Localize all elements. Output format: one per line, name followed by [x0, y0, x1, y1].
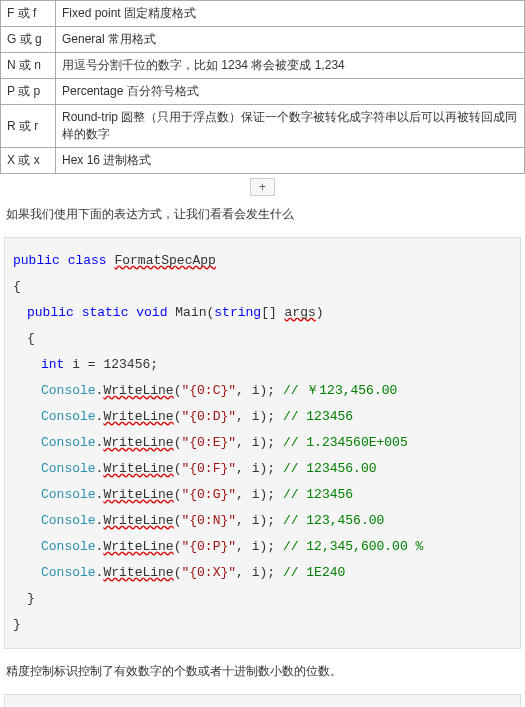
cell-code: R 或 r — [1, 105, 56, 148]
table-row: G 或 g General 常用格式 — [1, 27, 525, 53]
cell-code: X 或 x — [1, 148, 56, 174]
writeline: WriteLine — [103, 487, 173, 502]
code-comment: // 12,345,600.00 % — [283, 539, 423, 554]
cell-code: G 或 g — [1, 27, 56, 53]
fmt-str: "{0:E}" — [181, 435, 236, 450]
code-comment: // 123456 — [283, 487, 353, 502]
writeline: WriteLine — [103, 565, 173, 580]
code-comment: // 123456.00 — [283, 461, 377, 476]
main-name: Main — [175, 305, 206, 320]
cell-desc: General 常用格式 — [56, 27, 525, 53]
code-comment: // 123456 — [283, 409, 353, 424]
kw-public: public — [27, 305, 74, 320]
code-comment: // ￥123,456.00 — [283, 383, 397, 398]
code-comment: // 1E240 — [283, 565, 345, 580]
fmt-str: "{0:X}" — [181, 565, 236, 580]
code-comment: // 123,456.00 — [283, 513, 384, 528]
var-i: i — [72, 357, 80, 372]
fmt-str: "{0:F}" — [181, 461, 236, 476]
cell-code: N 或 n — [1, 53, 56, 79]
table-row: X 或 x Hex 16 进制格式 — [1, 148, 525, 174]
kw-class: class — [68, 253, 107, 268]
console: Console — [41, 409, 96, 424]
code-block-1: public class FormatSpecApp { public stat… — [4, 237, 521, 649]
console: Console — [41, 539, 96, 554]
code-block-2: Console.WriteLine("{0:C5}", i); // ￥123,… — [4, 694, 521, 707]
cell-code: P 或 p — [1, 79, 56, 105]
fmt-str: "{0:N}" — [181, 513, 236, 528]
class-name: FormatSpecApp — [114, 253, 215, 268]
writeline: WriteLine — [103, 539, 173, 554]
kw-void: void — [136, 305, 167, 320]
cell-code: F 或 f — [1, 1, 56, 27]
fmt-str: "{0:D}" — [181, 409, 236, 424]
type-string: string — [214, 305, 261, 320]
writeline: WriteLine — [103, 435, 173, 450]
table-row: R 或 r Round-trip 圆整（只用于浮点数）保证一个数字被转化成字符串… — [1, 105, 525, 148]
cell-desc: Hex 16 进制格式 — [56, 148, 525, 174]
table-row: P 或 p Percentage 百分符号格式 — [1, 79, 525, 105]
table-row: F 或 f Fixed point 固定精度格式 — [1, 1, 525, 27]
writeline: WriteLine — [103, 409, 173, 424]
table-row: N 或 n 用逗号分割千位的数字，比如 1234 将会被变成 1,234 — [1, 53, 525, 79]
writeline: WriteLine — [103, 461, 173, 476]
fmt-str: "{0:G}" — [181, 487, 236, 502]
kw-public: public — [13, 253, 60, 268]
fmt-str: "{0:C}" — [181, 383, 236, 398]
console: Console — [41, 461, 96, 476]
cell-desc: Fixed point 固定精度格式 — [56, 1, 525, 27]
paragraph-1: 如果我们使用下面的表达方式，让我们看看会发生什么 — [6, 206, 519, 223]
writeline: WriteLine — [103, 383, 173, 398]
console: Console — [41, 383, 96, 398]
console: Console — [41, 435, 96, 450]
kw-static: static — [82, 305, 129, 320]
writeline: WriteLine — [103, 513, 173, 528]
cell-desc: Percentage 百分符号格式 — [56, 79, 525, 105]
console: Console — [41, 565, 96, 580]
fmt-str: "{0:P}" — [181, 539, 236, 554]
i-val: 123456 — [103, 357, 150, 372]
console: Console — [41, 487, 96, 502]
code-comment: // 1.234560E+005 — [283, 435, 408, 450]
paragraph-2: 精度控制标识控制了有效数字的个数或者十进制数小数的位数。 — [6, 663, 519, 680]
add-row-wrap: + — [0, 178, 525, 196]
args-name: args — [285, 305, 316, 320]
cell-desc: Round-trip 圆整（只用于浮点数）保证一个数字被转化成字符串以后可以再被… — [56, 105, 525, 148]
format-table: F 或 f Fixed point 固定精度格式 G 或 g General 常… — [0, 0, 525, 174]
console: Console — [41, 513, 96, 528]
kw-int: int — [41, 357, 64, 372]
cell-desc: 用逗号分割千位的数字，比如 1234 将会被变成 1,234 — [56, 53, 525, 79]
add-row-button[interactable]: + — [250, 178, 275, 196]
